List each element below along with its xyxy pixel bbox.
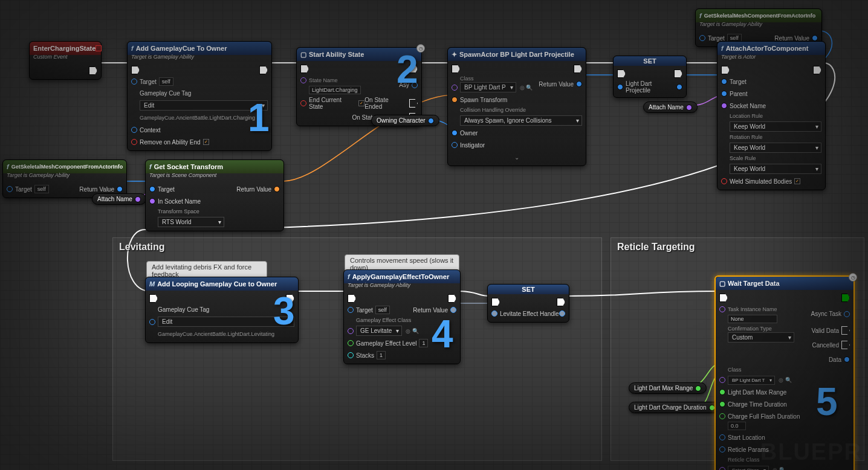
return-pin[interactable] [576,81,582,87]
socket-name-pin[interactable] [149,198,155,204]
ge-class-dropdown[interactable]: GE Levitate [356,326,402,336]
collision-dropdown[interactable]: Always Spawn, Ignore Collisions [460,115,582,126]
class-pin[interactable] [348,328,354,334]
reticle-class-dropdown[interactable]: Select Class [728,466,769,471]
out-pin[interactable] [135,196,141,202]
confirmation-dropdown[interactable]: Custom [728,332,794,343]
async-pin[interactable] [844,311,850,317]
out-pin[interactable] [686,105,692,111]
location-rule-dropdown[interactable]: Keep World [730,121,821,132]
space-dropdown[interactable]: RTS World [158,217,224,227]
var-max-range[interactable]: Light Dart Max Range [629,382,707,394]
stacks-pin[interactable] [348,352,354,358]
task-name-input[interactable]: None [728,315,777,323]
flash-input[interactable]: 0.0 [728,422,746,430]
target-pin[interactable] [721,79,727,85]
scale-rule-dropdown[interactable]: Keep World [730,164,821,174]
in-pin[interactable] [491,311,497,317]
exec-out-pin[interactable] [259,66,268,74]
node-set-levitate-handle[interactable]: SET Levitate Effect Handle [487,284,569,323]
node-get-skeletal-mesh-2[interactable]: fGetSkeletalMeshComponentFromActorInfo T… [2,159,127,198]
var-attach-name-2[interactable]: Attach Name [92,193,146,205]
valid-data-pin[interactable] [841,326,850,335]
exec-in-pin[interactable] [149,294,158,303]
target-pin[interactable] [7,186,13,192]
var-charge-duration[interactable]: Light Dart Charge Duration [629,402,721,413]
class-dropdown[interactable]: BP Light Dart T [728,376,775,385]
return-pin[interactable] [117,186,123,192]
class-dropdown[interactable]: BP Light Dart P [460,82,516,92]
state-name-input[interactable]: LightDart.Charging [309,86,361,94]
asset-picker-icons[interactable]: ◎ 🔍 [779,377,792,383]
exec-in-pin[interactable] [300,65,309,73]
exec-in-pin[interactable] [491,298,500,306]
stacks-input[interactable]: 1 [377,351,386,359]
exec-out-pin[interactable] [89,66,97,75]
exec-in-pin[interactable] [617,69,626,78]
exec-in-pin[interactable] [719,294,728,302]
remove-checkbox[interactable]: ✓ [203,139,209,145]
charge-time-pin[interactable] [719,401,725,407]
in-pin[interactable] [617,84,623,90]
parent-pin[interactable] [721,91,727,97]
exec-in-pin[interactable] [131,66,140,74]
exec-in-pin[interactable] [721,66,730,74]
exec-in-pin[interactable] [348,294,356,303]
asset-picker-icons[interactable]: ◎ 🔍 [772,467,786,470]
target-pin[interactable] [149,186,155,192]
node-get-socket-transform[interactable]: fGet Socket Transform Target is Scene Co… [145,159,284,231]
spawn-transform-pin[interactable] [452,97,458,103]
node-enter-charging[interactable]: EnterChargingState Custom Event [29,41,102,80]
var-owning-character[interactable]: Owning Character [371,115,439,126]
reticle-params-pin[interactable] [719,446,725,452]
state-name-pin[interactable] [300,77,306,83]
data-pin[interactable] [844,356,850,362]
instigator-pin[interactable] [452,142,458,148]
asset-picker-icons[interactable]: ◎ 🔍 [406,328,419,334]
out-pin[interactable] [559,311,565,317]
return-pin[interactable] [812,35,818,41]
remove-pin[interactable] [131,139,137,145]
socket-pin[interactable] [721,103,727,109]
level-input[interactable]: 1 [419,339,428,347]
node-set-projectile[interactable]: SET Light Dart Projectile [613,56,687,98]
expand-icon[interactable]: ⌄ [452,152,582,162]
reticle-class-pin[interactable] [719,467,725,470]
weld-checkbox[interactable]: ✓ [794,178,800,184]
class-pin[interactable] [452,85,458,91]
out-pin[interactable] [676,84,682,90]
max-range-pin[interactable] [719,389,725,395]
exec-out-pin[interactable] [674,69,682,78]
task-name-pin[interactable] [719,306,725,312]
target-pin[interactable] [131,79,137,85]
cancelled-pin[interactable] [841,341,850,349]
weld-pin[interactable] [721,178,727,184]
rotation-rule-dropdown[interactable]: Keep World [730,143,821,153]
var-attach-name-1[interactable]: Attach Name [643,101,698,113]
out-pin[interactable] [428,118,434,124]
end-current-checkbox[interactable]: ✓ [358,100,364,106]
level-pin[interactable] [348,340,354,346]
exec-out-pin[interactable] [448,294,456,303]
target-pin[interactable] [348,307,354,313]
node-attach-actor[interactable]: fAttachActorToComponent Target is Actor … [717,41,826,190]
end-current-pin[interactable] [300,100,306,106]
asset-picker-icons[interactable]: ◎ 🔍 [520,85,533,91]
exec-out-pin[interactable] [557,298,565,306]
on-ended-pin[interactable] [409,99,418,108]
exec-out-pin[interactable] [574,65,582,73]
exec-in-pin[interactable] [452,65,460,73]
owner-pin[interactable] [452,130,458,136]
out-pin[interactable] [695,385,701,391]
context-pin[interactable] [131,127,137,133]
delegate-pin[interactable] [96,45,102,51]
class-pin[interactable] [719,377,725,383]
return-pin[interactable] [274,186,280,192]
flash-dur-pin[interactable] [719,413,725,419]
node-spawn-actor[interactable]: ✦SpawnActor BP Light Dart Projectile Cla… [447,47,586,166]
exec-out-pin[interactable] [813,66,821,74]
target-pin[interactable] [699,35,705,41]
start-loc-pin[interactable] [719,434,725,440]
tag-pin[interactable] [149,319,155,325]
exec-out-pin[interactable] [841,294,850,302]
